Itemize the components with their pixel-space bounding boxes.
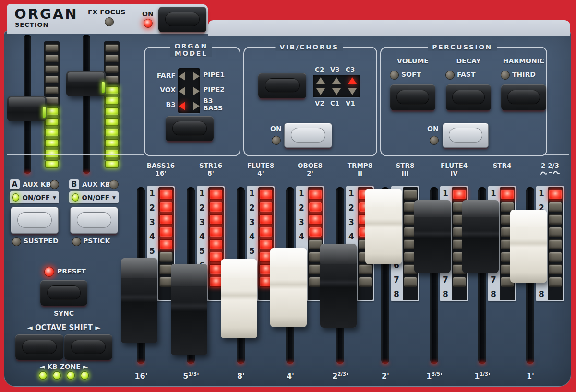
drawbar-handle-trmp8[interactable] [320,244,357,328]
drawbar-led-segment [259,190,273,200]
organ-model-title: ORGANMODEL [170,43,212,57]
fader-b-handle[interactable] [66,71,106,96]
meter-segment [105,118,119,126]
drawbar-handle-2-2-3[interactable] [510,210,547,283]
meter-segment [105,65,119,73]
percussion-soft-label: SOFT [401,71,421,78]
sync-button[interactable] [40,280,87,306]
percussion-on-label: ON [427,125,439,132]
drawbar-number: 2 [147,201,157,215]
drawbar-footage-str4: 11/3' [458,371,506,380]
drawbar-led-segment [359,264,372,274]
octave-shift-up-button[interactable] [64,334,112,360]
drawbar-handle-str8[interactable] [365,189,402,264]
vib-on-button[interactable] [284,123,332,148]
drawbar-led-segment [404,190,417,200]
organ-model-select-button[interactable] [166,116,214,141]
fx-focus-label: FX FOCUS [88,8,125,16]
drawbar-handle-bass16[interactable] [121,258,157,343]
kb-zone-led-4 [81,371,89,380]
drawbar-number: 2 [346,201,357,215]
zone-b-button[interactable] [70,207,118,234]
drawbar-led-segment [209,214,223,225]
drawbar-number: 4 [247,229,257,244]
zone-a-badge: A [10,179,20,189]
drawbar-led-segment [209,202,223,212]
drawbar-number: 3 [296,215,307,229]
fader-a-handle[interactable] [7,96,47,121]
drawbar-handle-str16[interactable] [171,264,207,355]
drawbar-number: 8 [440,287,451,301]
fader-b-slot [83,35,90,174]
percussion-harmonic-button[interactable] [501,84,546,110]
percussion-volume-button[interactable] [390,84,435,110]
vib-label-v1: V1 [346,99,355,107]
drawbar-led-segment [259,214,273,225]
percussion-fast-led [445,71,455,80]
zone-a-button[interactable] [11,207,59,234]
model-led-row [179,69,200,83]
level-meter-b [104,41,120,160]
vib-led-col-c3 [344,75,360,97]
octave-shift-down-button[interactable] [15,334,63,360]
drawbar-led-segment [549,239,562,249]
drawbar-footage-oboe8: 4' [266,371,314,380]
meter-segment [105,150,119,157]
percussion-decay-button[interactable] [446,84,491,110]
drawbar-led-segment [159,190,173,200]
drawbar-number: 4 [197,229,207,244]
percussion-on-button[interactable] [443,123,489,148]
organ-on-label: ON [142,10,154,18]
drawbar-handle-str4[interactable] [462,200,499,273]
meter-segment [45,65,59,73]
meter-segment [105,97,119,105]
vib-label-c1: C1 [330,99,339,107]
drawbar-led-segment [359,277,372,287]
pstick-led [72,237,81,246]
vib-label-v2: V2 [315,99,324,107]
percussion-volume-label: VOLUME [384,57,442,65]
drawbar-led-segment [259,227,273,237]
drawbar-led-segment [549,277,562,287]
vib-arrow-up-c2 [316,77,325,84]
drawbar-name-2-2-3: 2 2/3 [521,162,576,177]
meter-segment [105,86,119,94]
drawbar-number: 1 [346,186,357,201]
zone-b-dropdown-icon: ▼ [112,195,116,200]
fx-focus-led [105,17,114,26]
meter-segment [45,44,59,52]
drawbar-led-segment [209,227,223,237]
vib-on-label: ON [270,125,282,132]
model-label-b3: B3 [147,101,176,108]
drawbar-led-segment [159,239,173,249]
drawbar-number: 1 [536,186,547,201]
drawbar-led-segment [404,277,417,287]
vib-label-c3: C3 [346,66,355,73]
meter-segment [45,107,59,115]
section-subtitle: SECTION [15,21,48,28]
zone-a-onoff-strip: ON/OFF ▼ [10,191,59,203]
drawbar-number: 5 [247,244,257,258]
vib-on-led [272,136,281,145]
drawbar-number: 3 [346,215,357,229]
vib-led-col-c2 [313,75,329,97]
model-label-pipe1: PIPE1 [203,71,237,79]
drawbar-footage-2-2-3: 1' [506,371,554,380]
drawbar-handle-oboe8[interactable] [270,248,307,327]
model-label-pipe2: PIPE2 [203,86,237,93]
drawbar-handle-flute4[interactable] [414,200,451,273]
organ-on-button[interactable] [158,7,206,32]
drawbar-led-segment [159,227,173,237]
meter-segment [105,160,119,168]
drawbar-number: 5 [197,244,207,258]
model-label-vox: VOX [147,86,176,94]
drawbar-number: 2 [247,201,257,215]
drawbar-handle-flute8[interactable] [221,259,257,338]
fader-a-indicator [43,107,46,118]
vib-chorus-select-button[interactable] [258,73,306,98]
zone-b-badge: B [69,179,79,189]
drawbar-number: 7 [440,273,451,287]
drawbar-number: 1 [247,186,257,201]
meter-segment [45,160,59,168]
percussion-fast-label: FAST [457,71,475,78]
